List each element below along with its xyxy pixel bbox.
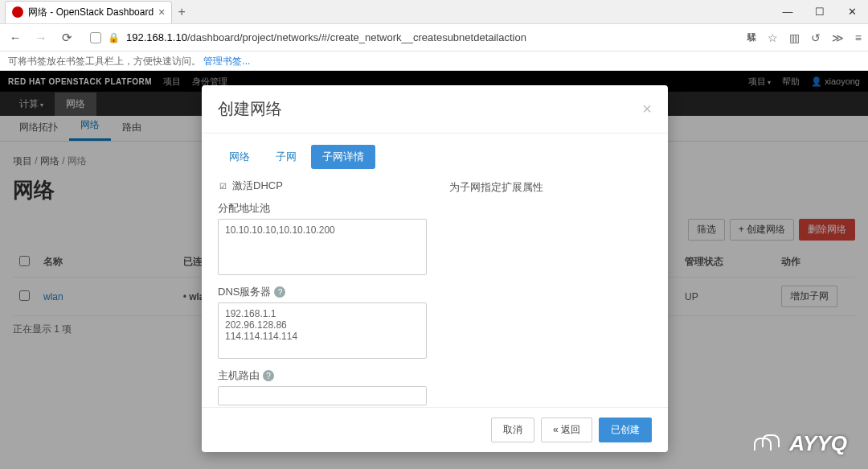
extension-icon[interactable]: 騥 xyxy=(747,31,756,43)
modal-header: 创建网络 × xyxy=(202,85,668,134)
bookmark-hint-bar: 可将书签放在书签工具栏上，方便快速访问。 管理书签... xyxy=(0,51,868,71)
modal-title: 创建网络 xyxy=(218,98,282,120)
hamburger-icon[interactable]: ≡ xyxy=(855,31,862,44)
create-network-modal: 创建网络 × 网络 子网 子网详情 ☑ 激活DHCP 分配地址池 10.10.1… xyxy=(202,85,668,452)
modal-tab-subnet[interactable]: 子网 xyxy=(264,145,308,169)
modal-body: 网络 子网 子网详情 ☑ 激活DHCP 分配地址池 10.10.10.10,10… xyxy=(202,134,668,407)
lock-icon[interactable]: 🔒 xyxy=(108,32,120,43)
modal-close-icon[interactable]: × xyxy=(642,100,652,118)
browser-tab[interactable]: 网络 - OpenStack Dashboard × xyxy=(5,1,172,23)
modal-help-text: 为子网指定扩展属性 xyxy=(449,179,652,407)
reload-icon[interactable]: ⟳ xyxy=(58,31,76,45)
modal-tabs: 网络 子网 子网详情 xyxy=(218,145,652,169)
manage-bookmarks-link[interactable]: 管理书签... xyxy=(203,56,250,67)
tab-title: 网络 - OpenStack Dashboard xyxy=(28,6,154,19)
host-route-textarea[interactable] xyxy=(218,386,427,405)
minimize-icon[interactable]: — xyxy=(772,0,804,24)
forward-icon[interactable]: → xyxy=(32,31,50,44)
cancel-button[interactable]: 取消 xyxy=(491,418,534,442)
dns-textarea[interactable]: 192.168.1.1 202.96.128.86 114.114.114.11… xyxy=(218,302,427,359)
dhcp-checkbox-row[interactable]: ☑ 激活DHCP xyxy=(218,179,427,193)
host-route-label: 主机路由? xyxy=(218,368,427,383)
alloc-pool-textarea[interactable]: 10.10.10.10,10.10.10.200 xyxy=(218,219,427,275)
modal-form-left: ☑ 激活DHCP 分配地址池 10.10.10.10,10.10.10.200 … xyxy=(218,179,427,407)
url-text: 192.168.1.10/dashboard/project/networks/… xyxy=(126,31,526,43)
bookmark-star-icon[interactable]: ☆ xyxy=(768,31,778,44)
window-controls: — ☐ ✕ xyxy=(772,0,868,24)
create-button[interactable]: 已创建 xyxy=(599,418,652,442)
favicon xyxy=(12,6,23,18)
help-icon[interactable]: ? xyxy=(263,370,274,381)
url-box[interactable]: 🔒 192.168.1.10/dashboard/project/network… xyxy=(84,31,739,43)
help-icon[interactable]: ? xyxy=(274,286,285,298)
address-bar: ← → ⟳ 🔒 192.168.1.10/dashboard/project/n… xyxy=(0,24,868,51)
modal-footer: 取消 « 返回 已创建 xyxy=(202,407,668,452)
close-window-icon[interactable]: ✕ xyxy=(836,0,868,24)
modal-tab-subnet-detail[interactable]: 子网详情 xyxy=(311,145,375,169)
modal-tab-network[interactable]: 网络 xyxy=(218,145,261,169)
dns-label: DNS服务器? xyxy=(218,285,427,299)
overflow-icon[interactable]: ≫ xyxy=(832,31,844,44)
tab-close-icon[interactable]: × xyxy=(158,6,165,19)
browser-tabbar: 网络 - OpenStack Dashboard × + — ☐ ✕ xyxy=(0,0,868,24)
alloc-pool-label: 分配地址池 xyxy=(218,201,427,216)
back-button[interactable]: « 返回 xyxy=(541,418,592,442)
checkbox-icon[interactable]: ☑ xyxy=(218,181,227,191)
shield-icon[interactable] xyxy=(90,32,101,43)
dhcp-label: 激活DHCP xyxy=(232,179,283,193)
wechat-icon xyxy=(754,433,781,455)
watermark-text: AYYQ xyxy=(789,431,847,456)
library-icon[interactable]: ▥ xyxy=(789,31,800,44)
new-tab-button[interactable]: + xyxy=(172,5,191,19)
back-icon[interactable]: ← xyxy=(6,31,24,44)
undo-icon[interactable]: ↺ xyxy=(811,31,821,44)
watermark: AYYQ xyxy=(754,431,847,456)
maximize-icon[interactable]: ☐ xyxy=(804,0,836,24)
bookmark-hint-text: 可将书签放在书签工具栏上，方便快速访问。 xyxy=(8,56,201,67)
